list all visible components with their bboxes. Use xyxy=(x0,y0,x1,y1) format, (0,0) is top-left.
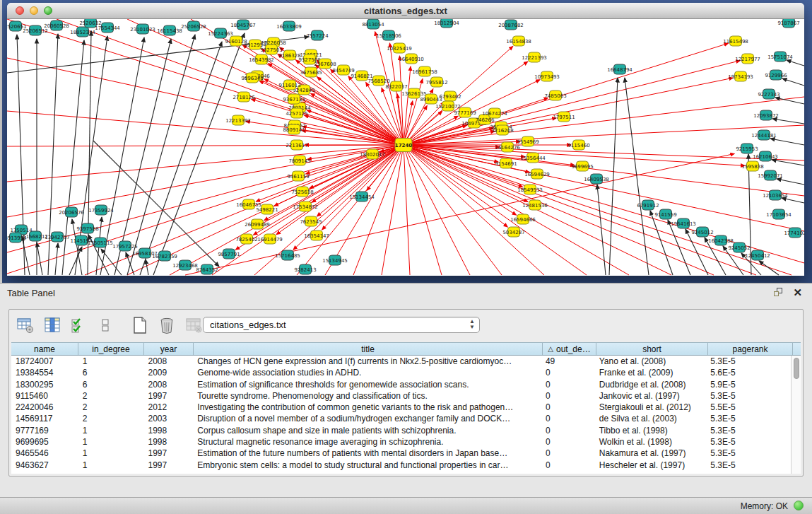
table-row[interactable]: 946362711997Embryonic stem cells: a mode… xyxy=(11,460,791,471)
table-cell: 5.3E-5 xyxy=(706,413,791,424)
table-cell: de Silva et al. (2003) xyxy=(595,413,707,424)
node-label: 9327503 xyxy=(260,47,282,53)
node-label: 9397588 xyxy=(76,226,98,232)
column-header-out_de[interactable]: △out_de… xyxy=(543,343,596,355)
node-label: 9115460 xyxy=(567,143,589,148)
column-header-title[interactable]: title xyxy=(194,343,543,355)
citation-edge xyxy=(782,198,804,203)
float-panel-icon[interactable] xyxy=(774,288,784,297)
node-label: 3216208 xyxy=(491,128,513,134)
table-row[interactable]: 969969511998Structural magnetic resonanc… xyxy=(11,436,791,448)
table-cell: 0 xyxy=(541,367,595,378)
table-row[interactable]: 946554611997Estimation of the future num… xyxy=(11,448,791,459)
table-cell: 6 xyxy=(78,379,144,390)
table-panel-title: Table Panel xyxy=(7,288,55,298)
citation-edge xyxy=(404,145,544,275)
table-cell: 1997 xyxy=(144,390,194,402)
network-view-window[interactable]: citations_edges.txt 25206512520651220060… xyxy=(7,3,804,276)
node-label: 15134945 xyxy=(322,258,348,264)
node-label: 8813054 xyxy=(362,22,384,28)
node-label: 16594666 xyxy=(510,217,536,223)
node-label: 9461159 xyxy=(287,174,309,180)
select-all-icon[interactable] xyxy=(69,315,90,336)
column-header-pagerank[interactable]: pagerank xyxy=(708,343,793,355)
citation-edge xyxy=(404,145,792,275)
table-cell: 1998 xyxy=(144,436,194,448)
table-cell: 0 xyxy=(541,460,595,471)
citation-edge xyxy=(22,236,30,275)
citation-edge xyxy=(625,78,649,275)
deselect-all-icon[interactable] xyxy=(95,315,117,336)
node-label: 10674274 xyxy=(482,111,507,117)
node-label: 12444181 xyxy=(751,133,777,139)
table-cell: 0 xyxy=(541,402,595,413)
column-header-in_degree[interactable]: in_degree xyxy=(78,343,144,355)
show-columns-icon[interactable] xyxy=(42,315,63,336)
column-header-name[interactable]: name xyxy=(11,343,78,355)
column-header-short[interactable]: short xyxy=(596,343,708,355)
table-cell: 1 xyxy=(78,436,144,448)
table-cell: Corpus callosum shape and size in male p… xyxy=(193,425,541,436)
table-cell: Yano et al. (2008) xyxy=(595,356,707,367)
table-row[interactable]: 2242004622012Investigating the contribut… xyxy=(11,402,791,413)
network-canvas[interactable]: 2520651252065122006052818852344252063217… xyxy=(7,19,804,276)
vertical-scrollbar[interactable] xyxy=(791,356,801,474)
table-cell: Hescheler et al. (1997) xyxy=(595,460,707,471)
node-label: 9282413 xyxy=(294,267,316,273)
table-row[interactable]: 977716911998Corpus callosum shape and si… xyxy=(11,425,791,436)
table-selector-dropdown[interactable]: citations_edges.txt ▲▼ xyxy=(203,317,480,333)
table-cell: 1 xyxy=(78,460,144,471)
scrollbar-thumb[interactable] xyxy=(794,358,799,379)
new-column-icon[interactable] xyxy=(129,315,151,336)
citation-edge xyxy=(146,259,148,275)
node-label: 16042388 xyxy=(708,238,734,244)
dropdown-arrows-icon: ▲▼ xyxy=(469,319,475,330)
node-label: 8454749 xyxy=(332,68,354,74)
table-cell: 9699695 xyxy=(11,436,78,448)
node-label: 17534872 xyxy=(293,204,318,210)
node-label: 6791912 xyxy=(637,203,659,209)
close-panel-icon[interactable]: ✕ xyxy=(793,286,802,299)
table-mode-icon[interactable] xyxy=(15,315,36,336)
node-label: 9245052 xyxy=(728,245,750,251)
node-label: 16409538 xyxy=(584,177,609,182)
node-label: 9777169 xyxy=(454,110,476,116)
node-label: 17554344 xyxy=(95,25,120,31)
node-label: 7525638 xyxy=(291,189,313,195)
table-cell: 9465546 xyxy=(11,448,78,459)
column-header-year[interactable]: year xyxy=(144,343,194,355)
workspace-background: citations_edges.txt 25206512520651220060… xyxy=(0,0,812,283)
table-cell: 1 xyxy=(78,356,144,367)
node-label: 25206512 xyxy=(23,28,48,34)
table-row[interactable]: 1456911722003Disruption of a novel membe… xyxy=(11,413,791,424)
table-row[interactable]: 911546021997Tourette syndrome. Phenomeno… xyxy=(11,390,791,402)
table-row[interactable]: 1938455462009Genome-wide association stu… xyxy=(11,367,791,378)
citation-network-graph[interactable]: 2520651252065122006052818852344252063217… xyxy=(7,19,804,276)
delete-column-icon[interactable] xyxy=(156,315,177,336)
table-cell: Changes of HCN gene expression and I(f) … xyxy=(193,356,541,367)
table-cell: 2003 xyxy=(144,413,194,424)
node-label: 15716485 xyxy=(275,253,300,259)
table-cell: 1 xyxy=(78,448,144,459)
citation-edge xyxy=(404,145,502,275)
node-label: 16961758 xyxy=(412,69,437,75)
node-label: 18312904 xyxy=(434,21,459,26)
table-cell: 18300295 xyxy=(11,379,78,390)
citation-edge xyxy=(404,145,528,201)
table-row[interactable]: 1872400712008Changes of HCN gene express… xyxy=(11,356,791,367)
node-label: 18302017 xyxy=(360,152,385,158)
node-label: 15356444 xyxy=(520,156,546,161)
table-cell: 5.9E-5 xyxy=(706,379,791,390)
table-cell: Wolkin et al. (1998) xyxy=(595,436,707,448)
citation-edge xyxy=(404,125,804,145)
table-cell: 0 xyxy=(541,413,595,424)
citation-edge xyxy=(7,145,404,217)
table-selector-value: citations_edges.txt xyxy=(210,320,286,330)
table-row[interactable]: 1830029562008Estimation of significance … xyxy=(11,379,791,390)
node-label: 4257125 xyxy=(286,111,307,117)
table-cell: Franke et al. (2009) xyxy=(595,367,707,378)
node-label: 5034287 xyxy=(502,230,524,235)
node-label: 26099489 xyxy=(245,222,270,228)
node-label: 12093872 xyxy=(753,113,779,119)
window-titlebar[interactable]: citations_edges.txt xyxy=(7,3,804,19)
